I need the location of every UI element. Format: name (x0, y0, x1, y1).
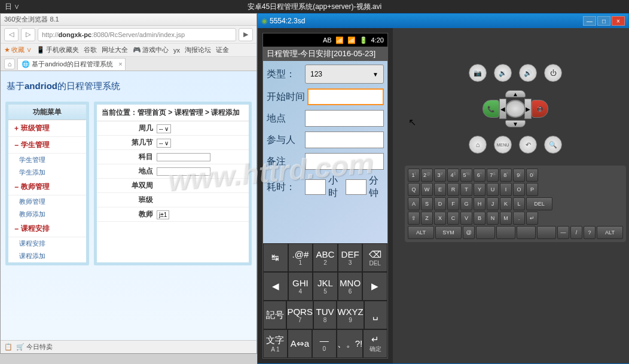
sidebar-sub-course-add[interactable]: 课程添加 (8, 250, 86, 262)
sidebar-item-class[interactable]: 班级管理 (8, 120, 86, 137)
select-period[interactable]: -- ∨ (157, 139, 171, 148)
soft-key[interactable]: —0 (312, 329, 337, 358)
hw-key[interactable]: 1! (408, 169, 420, 182)
soft-key[interactable]: A⇔a (288, 329, 312, 358)
hw-key[interactable]: K (500, 197, 512, 210)
soft-key[interactable]: ␣ (364, 301, 387, 329)
soft-key[interactable]: ▶ (362, 272, 387, 301)
sidebar-item-course[interactable]: 课程安排 (8, 221, 86, 237)
dpad-left[interactable]: ◀ (499, 99, 506, 119)
soft-key[interactable]: PQRS7 (286, 301, 313, 329)
soft-key[interactable]: ↹ (263, 243, 288, 272)
soft-key[interactable]: JKL5 (313, 272, 338, 301)
hw-key[interactable]: 8* (500, 169, 512, 182)
soft-key[interactable]: TUV8 (313, 301, 337, 329)
hw-key[interactable]: Y (474, 183, 486, 196)
go-button[interactable]: ▶ (239, 28, 253, 41)
hw-key[interactable]: 3# (434, 169, 446, 182)
bookmark-google[interactable]: 谷歌 (84, 45, 97, 54)
input-attendees[interactable] (305, 131, 384, 148)
forward-button[interactable]: ▷ (21, 28, 35, 41)
hw-key[interactable]: X (434, 212, 446, 225)
favorites-menu[interactable]: ★ 收藏 ∨ (4, 45, 32, 54)
hw-key[interactable] (476, 226, 495, 239)
sidebar-sub-teacher-add[interactable]: 教师添加 (8, 208, 86, 221)
sidebar-sub-teacher-list[interactable]: 教师管理 (8, 195, 86, 208)
soft-key[interactable]: WXYZ9 (337, 301, 364, 329)
sidebar-sub-course-schedule[interactable]: 课程安排 (8, 237, 86, 250)
dpad-down[interactable]: ▼ (505, 120, 526, 127)
hw-key[interactable]: W (421, 183, 433, 196)
back-button[interactable]: ◁ (4, 28, 19, 41)
input-note[interactable] (305, 153, 384, 170)
bookmark-wangzhi[interactable]: 网址大全 (102, 45, 128, 54)
hw-key[interactable]: V (460, 212, 472, 225)
bookmark-mobile[interactable]: 📱 手机收藏夹 (36, 45, 79, 54)
hw-key[interactable]: Q (408, 183, 420, 196)
minimize-button[interactable]: — (583, 16, 596, 26)
hw-key[interactable]: ↵ (526, 212, 538, 225)
hw-key[interactable]: 9( (513, 169, 525, 182)
browser-tab[interactable]: 🌐 基于andriod的日程管理系统 × (17, 58, 126, 70)
hw-key[interactable]: T (460, 183, 472, 196)
home-button[interactable]: ⌂ (469, 136, 487, 154)
volume-down-button[interactable]: 🔉 (494, 64, 512, 82)
call-button[interactable]: 📞 (483, 100, 499, 118)
soft-key[interactable]: .@#1 (288, 243, 313, 272)
home-icon[interactable]: ⌂ (4, 59, 15, 69)
end-call-button[interactable]: 📵 (532, 100, 548, 118)
back-button-hw[interactable]: ↶ (519, 136, 537, 154)
hw-key[interactable]: Z (421, 212, 433, 225)
hw-key[interactable]: — (557, 226, 569, 239)
input-minutes[interactable] (346, 179, 367, 195)
hw-key[interactable]: ? (584, 226, 596, 239)
hw-key[interactable]: O (513, 183, 525, 196)
hw-key[interactable]: 4$ (447, 169, 459, 182)
maximize-button[interactable]: □ (597, 16, 610, 26)
hw-key[interactable]: ⇧ (408, 212, 420, 225)
hw-key[interactable] (537, 226, 556, 239)
input-place[interactable] (305, 110, 384, 127)
hw-key[interactable]: G (460, 197, 472, 210)
status-today-sale[interactable]: 🛒 今日特卖 (16, 342, 53, 351)
hw-key[interactable]: C (447, 212, 459, 225)
hw-key[interactable]: 0) (526, 169, 538, 182)
hw-key[interactable]: D (434, 197, 446, 210)
hw-key[interactable]: . (513, 212, 525, 225)
hw-key[interactable]: N (487, 212, 499, 225)
soft-key[interactable]: 記号 (263, 301, 286, 329)
input-location[interactable] (157, 167, 210, 176)
url-bar[interactable]: http://dongxk-pc:8080/RcServer/admin/ind… (38, 28, 236, 41)
sidebar-item-teacher[interactable]: 教师管理 (8, 179, 86, 195)
hw-key[interactable]: / (570, 226, 582, 239)
tab-close-button[interactable]: × (118, 60, 122, 68)
dpad-up[interactable]: ▲ (505, 90, 526, 97)
hw-key[interactable]: ALT (597, 226, 623, 239)
camera-button[interactable]: 📷 (469, 64, 487, 82)
sidebar-sub-student-list[interactable]: 学生管理 (8, 154, 86, 166)
hw-key[interactable]: A (408, 197, 420, 210)
bookmark-taobao[interactable]: 淘报论坛 (185, 45, 211, 54)
soft-key[interactable]: ABC2 (313, 243, 338, 272)
hw-key[interactable]: R (447, 183, 459, 196)
input-start-time[interactable] (307, 88, 384, 105)
soft-key[interactable]: DEF3 (338, 243, 363, 272)
hw-key[interactable]: J (487, 197, 499, 210)
hw-key[interactable]: M (500, 212, 512, 225)
hw-key[interactable]: L (513, 197, 525, 210)
hw-key[interactable] (517, 226, 536, 239)
hw-key[interactable]: F (447, 197, 459, 210)
close-button[interactable]: × (612, 16, 625, 26)
hw-key[interactable]: ALT (408, 226, 434, 239)
soft-key[interactable]: MNO6 (338, 272, 363, 301)
volume-up-button[interactable]: 🔊 (519, 64, 537, 82)
soft-key[interactable]: 文字A 1 (263, 329, 288, 358)
hw-key[interactable]: E (434, 183, 446, 196)
hw-key[interactable]: B (474, 212, 486, 225)
hw-key[interactable]: @ (463, 226, 475, 239)
hw-key[interactable]: SYM (435, 226, 462, 239)
soft-key[interactable]: ◀ (263, 272, 288, 301)
soft-key[interactable]: ↵确定 (363, 329, 387, 358)
soft-key[interactable]: ⌫DEL (362, 243, 387, 272)
hw-key[interactable]: U (487, 183, 499, 196)
